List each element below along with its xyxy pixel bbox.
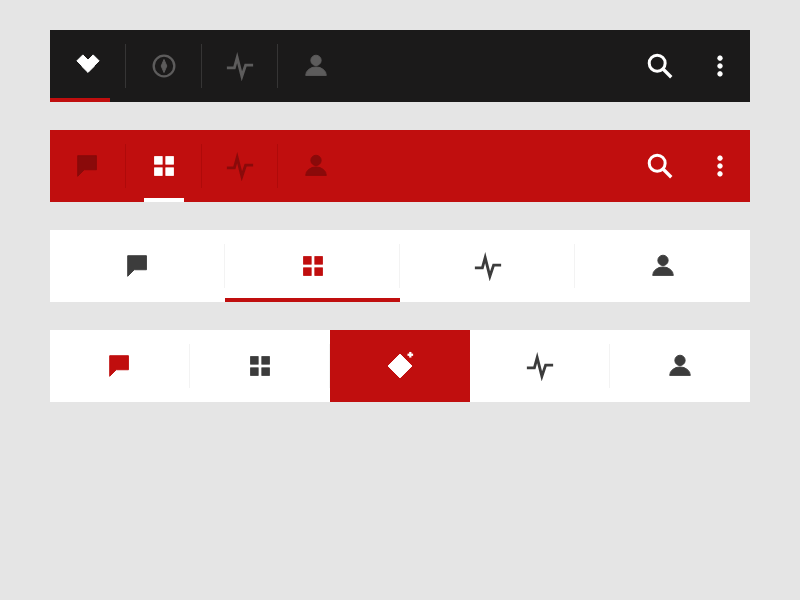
search-icon (645, 51, 675, 81)
chat-icon (123, 251, 153, 281)
search-button[interactable] (630, 130, 690, 202)
activity-icon (225, 51, 255, 81)
tab-profile[interactable] (575, 230, 750, 302)
tab-apps[interactable] (190, 330, 330, 402)
tabbar-dark (50, 30, 750, 102)
activity-icon (225, 151, 255, 181)
tab-activity[interactable] (202, 130, 278, 202)
tab-apps[interactable] (126, 130, 202, 202)
more-vertical-icon (706, 152, 734, 180)
tab-chat[interactable] (50, 230, 225, 302)
tab-profile[interactable] (610, 330, 750, 402)
tab-profile[interactable] (278, 130, 354, 202)
tab-indicator (225, 298, 400, 302)
search-button[interactable] (630, 30, 690, 102)
more-vertical-icon (706, 52, 734, 80)
tab-profile[interactable] (278, 30, 354, 102)
tab-apps[interactable] (225, 230, 400, 302)
grid-icon (149, 151, 179, 181)
tab-indicator (144, 198, 184, 202)
activity-icon (525, 351, 555, 381)
user-icon (301, 51, 331, 81)
chat-icon (105, 351, 135, 381)
chat-icon (73, 151, 103, 181)
more-button[interactable] (690, 30, 750, 102)
tab-home[interactable] (50, 30, 126, 102)
tab-activity[interactable] (400, 230, 575, 302)
tabbar-white-4 (50, 230, 750, 302)
tabbar-red (50, 130, 750, 202)
tab-chat[interactable] (50, 330, 190, 402)
grid-icon (298, 251, 328, 281)
user-icon (648, 251, 678, 281)
user-icon (301, 151, 331, 181)
grid-icon (245, 351, 275, 381)
tab-activity[interactable] (470, 330, 610, 402)
tab-indicator (50, 98, 110, 102)
tab-activity[interactable] (202, 30, 278, 102)
search-icon (645, 151, 675, 181)
activity-icon (473, 251, 503, 281)
tabbar-white-5 (50, 330, 750, 402)
tab-chat[interactable] (50, 130, 126, 202)
diamond-plus-icon (385, 351, 415, 381)
user-icon (665, 351, 695, 381)
diamonds-logo-icon (73, 51, 103, 81)
tab-compose[interactable] (330, 330, 470, 402)
compass-icon (149, 51, 179, 81)
more-button[interactable] (690, 130, 750, 202)
tab-explore[interactable] (126, 30, 202, 102)
